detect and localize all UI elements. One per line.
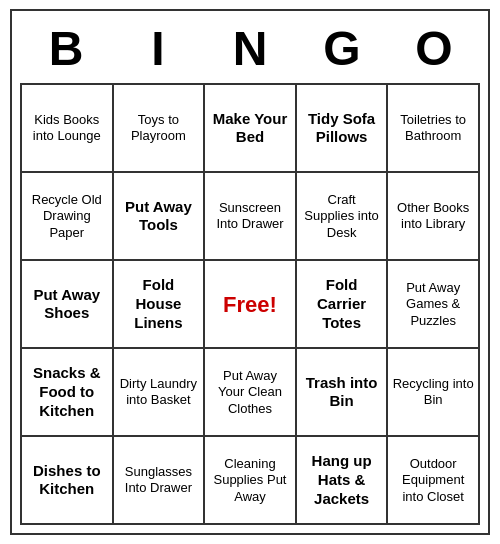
bingo-cell-4[interactable]: Toiletries to Bathroom <box>387 84 479 172</box>
bingo-card: BINGO Kids Books into LoungeToys to Play… <box>10 9 490 536</box>
bingo-cell-14[interactable]: Put Away Games & Puzzles <box>387 260 479 348</box>
bingo-cell-12[interactable]: Free! <box>204 260 296 348</box>
bingo-letter-g: G <box>296 19 388 80</box>
bingo-grid: Kids Books into LoungeToys to PlayroomMa… <box>20 83 480 525</box>
bingo-letter-b: B <box>20 19 112 80</box>
bingo-cell-20[interactable]: Dishes to Kitchen <box>21 436 113 524</box>
bingo-letter-o: O <box>388 19 480 80</box>
bingo-cell-3[interactable]: Tidy Sofa Pillows <box>296 84 388 172</box>
bingo-cell-18[interactable]: Trash into Bin <box>296 348 388 436</box>
bingo-cell-17[interactable]: Put Away Your Clean Clothes <box>204 348 296 436</box>
bingo-cell-2[interactable]: Make Your Bed <box>204 84 296 172</box>
bingo-cell-21[interactable]: Sunglasses Into Drawer <box>113 436 205 524</box>
bingo-cell-9[interactable]: Other Books into Library <box>387 172 479 260</box>
bingo-cell-5[interactable]: Recycle Old Drawing Paper <box>21 172 113 260</box>
bingo-cell-16[interactable]: Dirty Laundry into Basket <box>113 348 205 436</box>
bingo-cell-8[interactable]: Craft Supplies into Desk <box>296 172 388 260</box>
bingo-cell-0[interactable]: Kids Books into Lounge <box>21 84 113 172</box>
bingo-header: BINGO <box>20 19 480 80</box>
bingo-cell-24[interactable]: Outdoor Equipment into Closet <box>387 436 479 524</box>
bingo-cell-11[interactable]: Fold House Linens <box>113 260 205 348</box>
bingo-cell-1[interactable]: Toys to Playroom <box>113 84 205 172</box>
bingo-letter-i: I <box>112 19 204 80</box>
bingo-cell-15[interactable]: Snacks & Food to Kitchen <box>21 348 113 436</box>
bingo-cell-13[interactable]: Fold Carrier Totes <box>296 260 388 348</box>
bingo-cell-10[interactable]: Put Away Shoes <box>21 260 113 348</box>
bingo-cell-22[interactable]: Cleaning Supplies Put Away <box>204 436 296 524</box>
bingo-cell-19[interactable]: Recycling into Bin <box>387 348 479 436</box>
bingo-cell-6[interactable]: Put Away Tools <box>113 172 205 260</box>
bingo-cell-23[interactable]: Hang up Hats & Jackets <box>296 436 388 524</box>
bingo-letter-n: N <box>204 19 296 80</box>
bingo-cell-7[interactable]: Sunscreen Into Drawer <box>204 172 296 260</box>
